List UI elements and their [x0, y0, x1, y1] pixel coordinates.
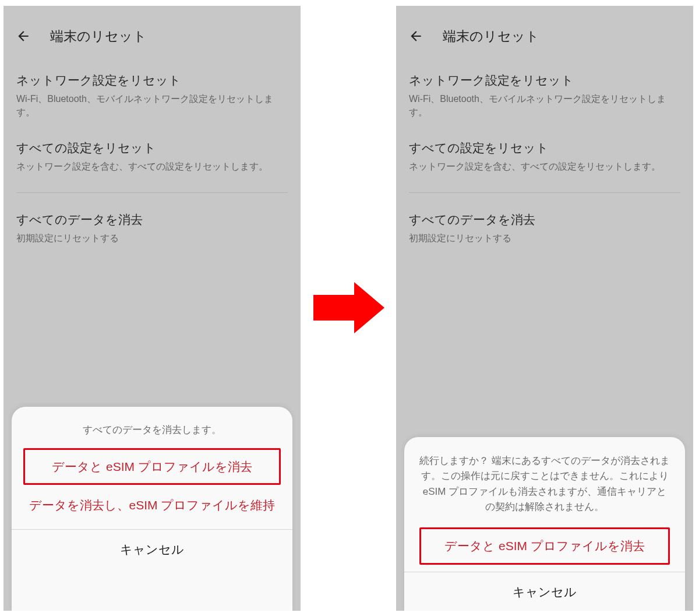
app-header: 端末のリセット — [3, 6, 301, 62]
setting-title: すべての設定をリセット — [409, 140, 680, 156]
page-title: 端末のリセット — [50, 27, 147, 45]
cancel-button[interactable]: キャンセル — [23, 530, 281, 572]
arrow-left-icon — [16, 29, 31, 44]
back-button[interactable] — [10, 23, 36, 49]
settings-list: ネットワーク設定をリセット Wi-Fi、Bluetooth、モバイルネットワーク… — [396, 62, 693, 255]
phone-screen-right: 端末のリセット ネットワーク設定をリセット Wi-Fi、Bluetooth、モバ… — [396, 6, 693, 611]
divider — [409, 192, 680, 193]
page-title: 端末のリセット — [443, 27, 539, 45]
arrow-left-icon — [408, 29, 423, 44]
erase-data-and-esim-button[interactable]: データと eSIM プロファイルを消去 — [23, 448, 281, 485]
erase-data-keep-esim-button[interactable]: データを消去し、eSIM プロファイルを維持 — [23, 488, 281, 522]
setting-description: 初期設定にリセットする — [16, 231, 288, 245]
svg-marker-0 — [313, 282, 384, 333]
setting-item-erase-all-data[interactable]: すべてのデータを消去 初期設定にリセットする — [16, 201, 288, 255]
sheet-body-text: 続行しますか？ 端末にあるすべてのデータが消去されます。この操作は元に戻すことは… — [416, 453, 673, 515]
phone-screen-left: 端末のリセット ネットワーク設定をリセット Wi-Fi、Bluetooth、モバ… — [3, 6, 301, 611]
app-header: 端末のリセット — [396, 6, 693, 62]
setting-item-erase-all-data[interactable]: すべてのデータを消去 初期設定にリセットする — [409, 201, 680, 255]
setting-description: ネットワーク設定を含む、すべての設定をリセットします。 — [16, 160, 288, 173]
settings-list: ネットワーク設定をリセット Wi-Fi、Bluetooth、モバイルネットワーク… — [3, 62, 301, 255]
setting-title: すべてのデータを消去 — [409, 212, 680, 228]
setting-description: Wi-Fi、Bluetooth、モバイルネットワーク設定をリセットします。 — [16, 92, 288, 119]
setting-item-network-reset[interactable]: ネットワーク設定をリセット Wi-Fi、Bluetooth、モバイルネットワーク… — [16, 62, 288, 129]
setting-title: ネットワーク設定をリセット — [409, 72, 680, 89]
setting-title: すべてのデータを消去 — [16, 212, 288, 228]
flow-arrow — [311, 280, 386, 336]
setting-description: 初期設定にリセットする — [409, 231, 680, 245]
bottom-sheet-dialog: すべてのデータを消去します。 データと eSIM プロファイルを消去 データを消… — [12, 407, 292, 611]
setting-description: ネットワーク設定を含む、すべての設定をリセットします。 — [409, 160, 680, 173]
setting-title: ネットワーク設定をリセット — [16, 72, 288, 89]
arrow-right-icon — [311, 280, 386, 336]
divider — [16, 192, 288, 193]
sheet-title: すべてのデータを消去します。 — [23, 423, 281, 437]
setting-item-network-reset[interactable]: ネットワーク設定をリセット Wi-Fi、Bluetooth、モバイルネットワーク… — [409, 62, 680, 129]
setting-item-all-settings-reset[interactable]: すべての設定をリセット ネットワーク設定を含む、すべての設定をリセットします。 — [16, 129, 288, 184]
cancel-button[interactable]: キャンセル — [416, 572, 673, 611]
setting-description: Wi-Fi、Bluetooth、モバイルネットワーク設定をリセットします。 — [409, 92, 680, 119]
bottom-sheet-dialog: 続行しますか？ 端末にあるすべてのデータが消去されます。この操作は元に戻すことは… — [404, 437, 685, 611]
back-button[interactable] — [403, 23, 429, 49]
setting-item-all-settings-reset[interactable]: すべての設定をリセット ネットワーク設定を含む、すべての設定をリセットします。 — [409, 129, 680, 184]
setting-title: すべての設定をリセット — [16, 140, 288, 156]
confirm-erase-button[interactable]: データと eSIM プロファイルを消去 — [419, 527, 670, 564]
